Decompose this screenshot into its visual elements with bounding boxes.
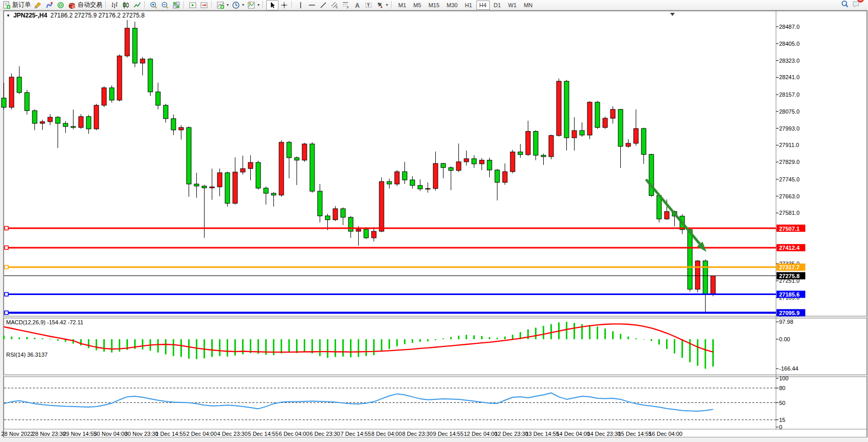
bar-chart-icon (110, 1, 119, 9)
search-icon[interactable] (841, 0, 849, 10)
auto-scroll-icon (189, 1, 197, 9)
channel-icon: E (330, 1, 339, 9)
svg-text:E: E (336, 5, 338, 9)
timeframe-d1-button[interactable]: D1 (491, 1, 504, 10)
time-axis-label: 6 Dec 04:00 (279, 431, 309, 437)
chevron-down-icon[interactable]: ▾ (257, 3, 260, 7)
toolbar-separator (291, 1, 292, 9)
time-axis-label: 29 Nov 14:55 (63, 431, 97, 437)
timeframe-h4-button[interactable]: H4 (476, 1, 490, 10)
chevron-down-icon[interactable]: ▾ (242, 3, 244, 7)
svg-text:15: 15 (779, 417, 785, 423)
time-axis-label: 12 Dec 04:00 (464, 431, 497, 437)
highlighter-button[interactable] (32, 1, 44, 10)
svg-text:28075.0: 28075.0 (779, 108, 800, 115)
time-axis-label: 30 Nov 23:30 (125, 431, 158, 437)
svg-text:27663.0: 27663.0 (779, 193, 800, 199)
text-button[interactable]: A (352, 1, 363, 10)
toolbar-separator (105, 1, 106, 9)
zoom-in-button[interactable] (148, 1, 159, 10)
text-icon: A (353, 1, 361, 9)
time-axis-label: 14 Dec 23:30 (587, 431, 621, 437)
time-axis[interactable]: 28 Nov 202228 Nov 23:3029 Nov 14:5530 No… (2, 431, 682, 437)
chevron-down-icon[interactable]: ▾ (227, 3, 229, 7)
svg-text:27185.6: 27185.6 (779, 291, 800, 298)
tile-windows-button[interactable] (171, 1, 182, 10)
cursor-button[interactable] (266, 0, 279, 10)
zoom-out-button[interactable] (159, 1, 171, 10)
timeframe-m1-button[interactable]: M1 (395, 1, 409, 10)
templates-button[interactable]: ▾ (246, 1, 261, 10)
svg-text:27745.0: 27745.0 (779, 176, 800, 182)
line-chart-button[interactable] (132, 1, 143, 10)
svg-text:50: 50 (779, 400, 785, 406)
svg-text:-166.44: -166.44 (779, 365, 798, 372)
toolbar-separator (183, 1, 184, 9)
crosshair-button[interactable] (279, 1, 290, 10)
chevron-down-icon[interactable]: ▼ (6, 13, 10, 18)
time-axis-label: 8 Dec 23:30 (402, 431, 433, 437)
time-axis-label: 6 Dec 23:30 (310, 431, 340, 437)
timeframe-m5-button[interactable]: M5 (410, 1, 424, 10)
bar-chart-button[interactable] (109, 1, 120, 10)
time-axis-label: 2 Dec 04:00 (187, 431, 217, 437)
line-handle[interactable] (5, 246, 8, 249)
svg-text:27829.0: 27829.0 (779, 159, 800, 165)
timeframe-m15-button[interactable]: M15 (426, 1, 442, 10)
horizontal-line-button[interactable] (306, 1, 318, 10)
notifications-button[interactable]: 1 (852, 0, 864, 10)
equidistant-channel-button[interactable]: E (329, 1, 340, 10)
chart-area[interactable]: 28487.028405.028323.028241.028157.028075… (0, 0, 868, 442)
candle-chart-button[interactable] (120, 1, 132, 10)
svg-text:A: A (355, 2, 360, 9)
svg-text:28487.0: 28487.0 (779, 24, 800, 30)
autotrade-button[interactable]: 自动交易 (66, 0, 104, 10)
ohlc-readout: 27186.2 27275.9 27176.2 27275.8 (50, 12, 145, 19)
svg-text:28405.0: 28405.0 (779, 41, 800, 47)
rsi-label: RSI(14) 36.3137 (6, 352, 48, 358)
pane-splitter[interactable] (4, 375, 867, 377)
pane-splitter[interactable] (4, 316, 867, 318)
trendline-button[interactable] (318, 1, 329, 10)
arrows-button[interactable]: ▾ (374, 1, 390, 10)
time-axis-label: 5 Dec 14:55 (248, 431, 279, 437)
time-axis-label: 12 Dec 23:30 (495, 431, 528, 437)
svg-text:80: 80 (779, 385, 785, 391)
fibonacci-icon: F (342, 1, 350, 9)
line-handle[interactable] (5, 265, 8, 269)
auto-scroll-button[interactable] (187, 1, 198, 10)
periods-button[interactable]: ▾ (230, 1, 246, 10)
profiles-icon (45, 1, 53, 9)
time-axis-label: 4 Dec 23:30 (217, 431, 248, 437)
svg-text:97.98: 97.98 (779, 319, 793, 325)
horizontal-line-icon (308, 1, 316, 9)
chart-shift-button[interactable] (198, 1, 210, 10)
time-axis-label: 13 Dec 14:55 (526, 431, 559, 437)
line-handle[interactable] (5, 311, 8, 315)
timeframe-w1-button[interactable]: W1 (505, 1, 520, 10)
highlighter-icon (34, 1, 42, 9)
chevron-down-icon[interactable]: ▾ (386, 3, 388, 7)
indicators-button[interactable]: ▾ (215, 1, 230, 10)
timeframe-h1-button[interactable]: H1 (461, 1, 475, 10)
arrows-icon (376, 1, 384, 9)
timeframe-mn-button[interactable]: MN (521, 1, 535, 10)
timeframe-m30-button[interactable]: M30 (444, 1, 460, 10)
line-chart-icon (133, 1, 141, 9)
zoom-out-icon (161, 1, 169, 9)
time-axis-label: 16 Dec 04:00 (649, 431, 682, 437)
toolbar-separator (263, 1, 264, 9)
line-handle[interactable] (5, 292, 8, 296)
svg-text:28323.0: 28323.0 (779, 58, 800, 64)
fibonacci-button[interactable]: F (340, 1, 352, 10)
vertical-line-button[interactable] (295, 1, 306, 10)
text-label-button[interactable]: T (363, 1, 374, 10)
profiles-button[interactable] (44, 1, 55, 10)
autotrade-icon (68, 1, 76, 9)
broadcast-button[interactable] (55, 1, 66, 10)
macd-label: MACD(12,26,9) -154.42 -72.11 (6, 319, 83, 325)
candle-chart-icon (122, 1, 130, 9)
autotrade-button-label: 自动交易 (78, 1, 102, 9)
line-handle[interactable] (5, 227, 8, 230)
new-order-button[interactable]: 新订单 (1, 0, 32, 10)
